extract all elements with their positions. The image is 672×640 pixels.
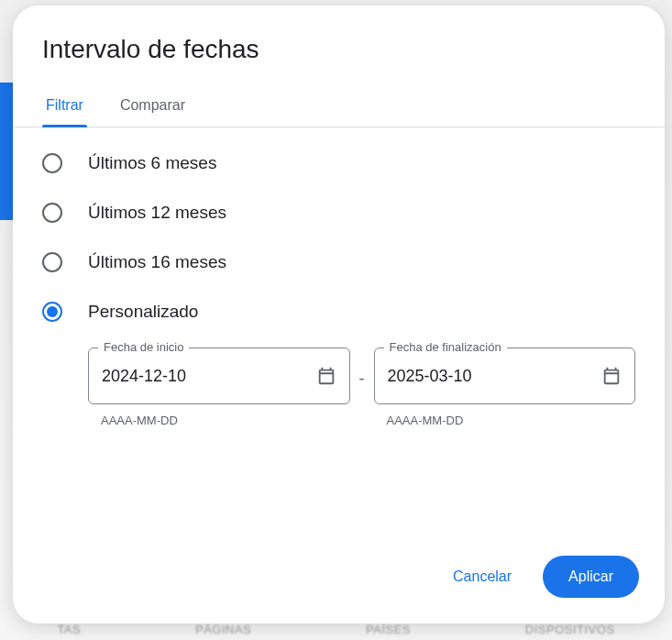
- end-date-field[interactable]: Fecha de finalización 2025-03-10: [374, 348, 636, 404]
- radio-icon: [42, 153, 62, 173]
- start-date-label: Fecha de inicio: [98, 340, 189, 354]
- backdrop-label: TAS: [57, 623, 81, 636]
- backdrop-label: PÁGINAS: [195, 623, 251, 636]
- radio-icon-selected: [42, 302, 62, 322]
- option-6-months[interactable]: Últimos 6 meses: [42, 153, 635, 173]
- tab-bar: Filtrar Comparar: [13, 86, 665, 127]
- tab-compare[interactable]: Comparar: [116, 86, 189, 127]
- start-date-field[interactable]: Fecha de inicio 2024-12-10: [88, 348, 350, 404]
- option-label: Últimos 6 meses: [88, 153, 216, 173]
- option-16-months[interactable]: Últimos 16 meses: [42, 252, 635, 272]
- end-date-value: 2025-03-10: [388, 367, 602, 386]
- apply-button[interactable]: Aplicar: [543, 556, 639, 598]
- calendar-icon[interactable]: [601, 366, 622, 386]
- option-custom[interactable]: Personalizado: [42, 302, 635, 322]
- start-date-value: 2024-12-10: [102, 367, 316, 386]
- date-range-options: Últimos 6 meses Últimos 12 meses Últimos…: [13, 127, 665, 329]
- option-label: Últimos 16 meses: [88, 252, 226, 272]
- radio-icon: [42, 252, 62, 272]
- calendar-icon[interactable]: [316, 366, 336, 386]
- cancel-button[interactable]: Cancelar: [440, 559, 524, 594]
- backdrop-accent: [0, 83, 13, 220]
- start-date-format-hint: AAAA-MM-DD: [88, 404, 350, 427]
- date-separator: -: [359, 370, 365, 389]
- modal-title: Intervalo de fechas: [13, 6, 665, 86]
- end-date-wrap: Fecha de finalización 2025-03-10 AAAA-MM…: [374, 348, 636, 427]
- radio-icon: [42, 203, 62, 223]
- date-range-modal: Intervalo de fechas Filtrar Comparar Últ…: [13, 6, 665, 623]
- end-date-format-hint: AAAA-MM-DD: [374, 404, 636, 427]
- backdrop-tabs: TAS PÁGINAS PAÍSES DISPOSITIVOS: [0, 623, 672, 636]
- option-label: Personalizado: [88, 302, 198, 322]
- backdrop-label: PAÍSES: [366, 623, 411, 636]
- tab-filter[interactable]: Filtrar: [42, 86, 87, 127]
- option-label: Últimos 12 meses: [88, 203, 226, 223]
- backdrop-label: DISPOSITIVOS: [525, 623, 615, 636]
- option-12-months[interactable]: Últimos 12 meses: [42, 203, 635, 223]
- custom-date-inputs: Fecha de inicio 2024-12-10 AAAA-MM-DD - …: [13, 329, 665, 431]
- modal-footer: Cancelar Aplicar: [13, 537, 665, 623]
- end-date-label: Fecha de finalización: [384, 340, 507, 354]
- start-date-wrap: Fecha de inicio 2024-12-10 AAAA-MM-DD: [88, 348, 350, 427]
